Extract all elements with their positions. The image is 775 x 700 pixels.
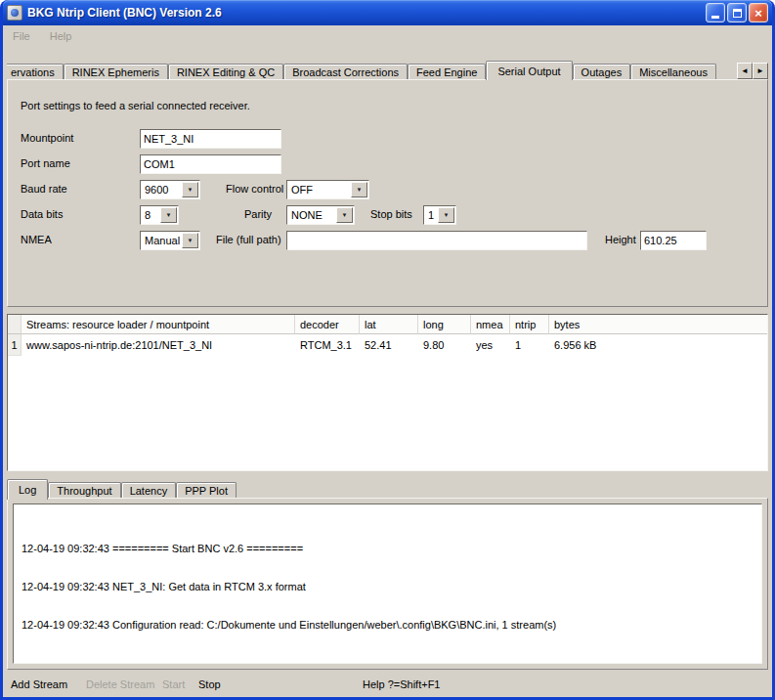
- delete-stream-button[interactable]: Delete Stream: [86, 678, 154, 690]
- baud-rate-select[interactable]: 9600 ▼: [140, 180, 200, 199]
- tab-scroll-left-button[interactable]: ◄: [737, 63, 753, 79]
- title-bar[interactable]: BKG Ntrip Client (BNC) Version 2.6 ×: [3, 0, 772, 25]
- dropdown-button[interactable]: ▼: [438, 207, 454, 223]
- tab-broadcast-corrections[interactable]: Broadcast Corrections: [283, 64, 408, 80]
- dropdown-button[interactable]: ▼: [160, 207, 177, 223]
- chevron-down-icon: ▼: [357, 187, 363, 193]
- serial-output-panel: Port settings to feed a serial connected…: [7, 79, 768, 307]
- stop-button[interactable]: Stop: [198, 678, 221, 690]
- streams-table: Streams: resource loader / mountpoint de…: [7, 314, 768, 471]
- dropdown-button[interactable]: ▼: [351, 182, 367, 197]
- data-bits-value: 8: [145, 209, 151, 221]
- log-line: 12-04-19 09:32:43 ========= Start BNC v2…: [22, 543, 753, 555]
- tab-observations[interactable]: ervations: [7, 64, 64, 80]
- bottom-tab-bar: Log Throughput Latency PPP Plot: [7, 479, 237, 499]
- table-corner: [8, 315, 22, 334]
- chevron-down-icon: ▼: [166, 212, 172, 218]
- height-input[interactable]: [640, 231, 707, 250]
- header-long[interactable]: long: [418, 315, 471, 334]
- header-ntrip[interactable]: ntrip: [510, 315, 549, 334]
- nmea-value: Manual: [145, 235, 180, 246]
- header-mountpoint[interactable]: Streams: resource loader / mountpoint: [22, 315, 295, 334]
- menu-bar: File Help: [3, 25, 772, 47]
- dropdown-button[interactable]: ▼: [182, 233, 198, 248]
- parity-value: NONE: [291, 209, 323, 221]
- tab-latency[interactable]: Latency: [121, 482, 177, 499]
- tab-ppp-plot[interactable]: PPP Plot: [176, 482, 237, 499]
- arrow-right-icon: ►: [756, 66, 764, 75]
- flow-control-label: Flow control: [226, 183, 283, 195]
- tab-scroll-right-button[interactable]: ►: [753, 63, 768, 79]
- panel-description: Port settings to feed a serial connected…: [21, 100, 250, 111]
- file-path-label: File (full path): [216, 234, 281, 245]
- chevron-down-icon: ▼: [188, 187, 194, 193]
- cell-lat: 52.41: [360, 334, 418, 356]
- minimize-button[interactable]: [706, 3, 725, 22]
- main-tab-bar: ervations RINEX Ephemeris RINEX Editing …: [7, 60, 735, 80]
- cell-nmea: yes: [471, 334, 510, 356]
- cell-ntrip: 1: [510, 334, 549, 356]
- chevron-down-icon: ▼: [342, 212, 348, 218]
- menu-file[interactable]: File: [7, 28, 36, 44]
- baud-rate-label: Baud rate: [21, 183, 67, 195]
- stop-bits-label: Stop bits: [370, 208, 412, 220]
- data-bits-select[interactable]: 8 ▼: [140, 205, 179, 225]
- dropdown-button[interactable]: ▼: [182, 182, 198, 197]
- menu-help[interactable]: Help: [44, 28, 78, 44]
- table-row[interactable]: 1 www.sapos-ni-ntrip.de:2101/NET_3_NI RT…: [8, 334, 767, 356]
- maximize-icon: [733, 9, 742, 18]
- header-decoder[interactable]: decoder: [295, 315, 360, 334]
- header-lat[interactable]: lat: [360, 315, 418, 334]
- tab-feed-engine[interactable]: Feed Engine: [408, 64, 486, 80]
- header-nmea[interactable]: nmea: [471, 315, 510, 334]
- cell-mountpoint: www.sapos-ni-ntrip.de:2101/NET_3_NI: [22, 334, 295, 356]
- cell-decoder: RTCM_3.1: [295, 334, 360, 356]
- stop-bits-select[interactable]: 1 ▼: [423, 205, 456, 225]
- row-number: 1: [8, 334, 22, 356]
- add-stream-button[interactable]: Add Stream: [11, 678, 67, 690]
- tab-rinex-editing-qc[interactable]: RINEX Editing & QC: [168, 64, 283, 80]
- file-path-input[interactable]: [286, 231, 587, 250]
- data-bits-label: Data bits: [21, 208, 63, 220]
- tab-miscellaneous[interactable]: Miscellaneous: [630, 64, 716, 80]
- tab-rinex-ephemeris[interactable]: RINEX Ephemeris: [64, 64, 168, 80]
- chevron-down-icon: ▼: [444, 212, 450, 218]
- help-shortcut-label: Help ?=Shift+F1: [363, 678, 441, 690]
- port-name-input[interactable]: [140, 154, 281, 174]
- port-name-label: Port name: [21, 157, 70, 169]
- app-icon: [7, 5, 22, 21]
- tab-throughput[interactable]: Throughput: [48, 482, 120, 499]
- start-button[interactable]: Start: [162, 678, 185, 690]
- client-area: File Help ervations RINEX Ephemeris RINE…: [3, 25, 772, 697]
- close-icon: ×: [754, 6, 762, 21]
- arrow-left-icon: ◄: [741, 66, 749, 75]
- stop-bits-value: 1: [428, 209, 434, 221]
- tab-outages[interactable]: Outages: [573, 64, 631, 80]
- flow-control-value: OFF: [291, 184, 313, 196]
- close-button[interactable]: ×: [749, 3, 768, 22]
- chevron-down-icon: ▼: [188, 238, 194, 243]
- minimize-icon: [711, 16, 719, 19]
- log-panel: 12-04-19 09:32:43 ========= Start BNC v2…: [7, 498, 768, 670]
- log-output[interactable]: 12-04-19 09:32:43 ========= Start BNC v2…: [13, 503, 762, 664]
- maximize-button[interactable]: [727, 3, 747, 22]
- parity-label: Parity: [244, 208, 272, 220]
- height-label: Height: [605, 234, 636, 245]
- header-bytes[interactable]: bytes: [549, 315, 767, 334]
- log-line: 12-04-19 09:32:43 Configuration read: C:…: [22, 619, 753, 632]
- log-line: 12-04-19 09:32:43 NET_3_NI: Get data in …: [22, 581, 753, 593]
- footer-bar: Add Stream Delete Stream Start Stop Help…: [3, 676, 772, 695]
- baud-rate-value: 9600: [145, 184, 168, 196]
- app-window: BKG Ntrip Client (BNC) Version 2.6 × Fil…: [0, 0, 775, 700]
- tab-log[interactable]: Log: [7, 479, 48, 500]
- dropdown-button[interactable]: ▼: [336, 207, 353, 223]
- tab-serial-output[interactable]: Serial Output: [486, 61, 572, 80]
- streams-header-row: Streams: resource loader / mountpoint de…: [8, 315, 767, 334]
- flow-control-select[interactable]: OFF ▼: [286, 180, 369, 199]
- cell-long: 9.80: [418, 334, 471, 356]
- nmea-label: NMEA: [21, 234, 52, 245]
- cell-bytes: 6.956 kB: [549, 334, 767, 356]
- nmea-select[interactable]: Manual ▼: [140, 231, 200, 250]
- parity-select[interactable]: NONE ▼: [286, 205, 355, 225]
- mountpoint-input[interactable]: [140, 129, 281, 149]
